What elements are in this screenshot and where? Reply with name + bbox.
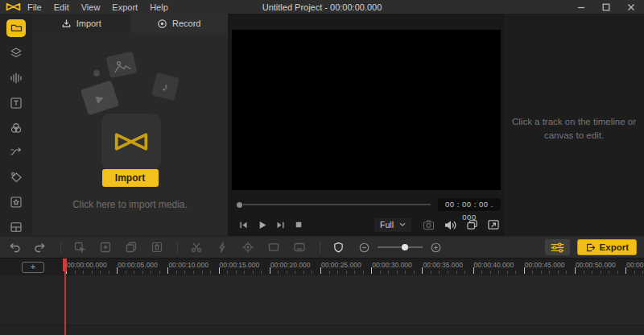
add-clip-icon[interactable] (98, 241, 112, 254)
ruler-major-tick (371, 267, 372, 274)
ruler-minor-tick (498, 271, 499, 274)
add-track-button[interactable]: + (22, 262, 44, 273)
menu-item[interactable]: Help (150, 2, 168, 12)
import-icon (61, 19, 72, 29)
cut-scissors-icon[interactable] (189, 241, 203, 254)
effects-icon[interactable] (6, 168, 26, 186)
stop-icon[interactable] (292, 218, 305, 231)
minimize-icon[interactable] (576, 2, 586, 12)
menu-item[interactable]: Edit (54, 2, 69, 12)
timeline-tracks[interactable] (0, 275, 644, 335)
ruler-minor-tick (566, 271, 567, 274)
close-icon[interactable] (626, 2, 636, 12)
time-display: 00 : 00 : 00 . 000 (438, 198, 501, 211)
copy-clip-icon[interactable] (124, 241, 138, 254)
ruler-major-tick (167, 267, 168, 274)
ruler-minor-tick (431, 271, 431, 274)
ruler-minor-tick (126, 271, 126, 274)
split-lightning-icon[interactable] (215, 241, 229, 254)
export-button[interactable]: Export (577, 239, 637, 255)
zoom-slider-handle[interactable] (402, 244, 408, 250)
ruler-strip[interactable]: 00:00:00.00000:00:05.00000:00:10.00000:0… (64, 258, 644, 276)
ruler-major-tick (117, 267, 118, 274)
ruler-label: 00:00:00.000 (67, 261, 107, 269)
inspector-hint-text: Click a track on the timeline or canvas … (506, 115, 642, 143)
maximize-icon[interactable] (601, 2, 611, 12)
filters-icon[interactable] (6, 119, 26, 137)
video-canvas[interactable] (232, 30, 501, 190)
tab-import-label: Import (76, 19, 101, 28)
ruler-minor-tick (346, 271, 347, 274)
ruler-minor-tick (303, 271, 304, 274)
seek-bar[interactable] (243, 204, 431, 205)
audio-waveform-icon[interactable] (6, 69, 26, 87)
tab-import[interactable]: Import (32, 14, 130, 33)
chevron-down-icon (399, 222, 406, 227)
toolbar-separator (60, 242, 61, 254)
ruler-minor-tick (134, 271, 134, 274)
step-backward-icon[interactable] (237, 218, 250, 231)
media-panel: Import Record ♪ ▶ Import Click here to i… (32, 14, 228, 236)
photo-tile-icon (105, 52, 137, 78)
ruler-major-tick (575, 267, 576, 274)
ruler-minor-tick (541, 271, 542, 274)
music-tile-icon: ♪ (151, 72, 179, 101)
ruler-minor-tick (184, 271, 185, 274)
ruler-minor-tick (515, 271, 516, 274)
delete-clip-icon[interactable] (150, 241, 163, 254)
preview-zoom-value: Full (380, 220, 394, 230)
adjust-sliders-icon[interactable] (545, 239, 570, 255)
app-logo-icon (6, 2, 21, 12)
menu-item[interactable]: File (27, 2, 42, 12)
ruler-minor-tick (261, 271, 262, 274)
ruler-minor-tick (244, 271, 245, 274)
ruler-minor-tick (92, 271, 93, 274)
menu-item[interactable]: Export (112, 2, 138, 12)
import-button[interactable]: Import (102, 169, 159, 187)
text-icon[interactable] (6, 94, 26, 112)
keyframe-target-icon[interactable] (241, 241, 254, 254)
titlebar: FileEditViewExportHelp Untitled Project … (0, 0, 644, 14)
export-button-label: Export (600, 242, 629, 252)
video-tile-icon: ▶ (80, 81, 118, 116)
ruler-minor-tick (592, 271, 592, 274)
toolbar-separator (177, 242, 178, 254)
elements-icon[interactable] (6, 193, 26, 211)
detach-window-icon[interactable] (464, 218, 479, 231)
step-forward-icon[interactable] (274, 218, 287, 231)
subtitle-box-icon[interactable] (292, 241, 306, 254)
fullscreen-icon[interactable] (486, 218, 501, 231)
ruler-minor-tick (549, 271, 550, 274)
play-icon[interactable] (255, 218, 268, 231)
zoom-out-icon[interactable] (357, 241, 371, 254)
ruler-minor-tick (210, 271, 211, 274)
menu-item[interactable]: View (81, 2, 101, 12)
zoom-in-icon[interactable] (429, 241, 443, 254)
import-hint-text[interactable]: Click here to import media. (32, 199, 228, 210)
undo-icon[interactable] (7, 241, 21, 254)
seek-handle[interactable] (237, 202, 242, 208)
volume-icon[interactable] (443, 218, 457, 231)
mosaic-shield-icon[interactable] (332, 241, 345, 254)
ruler-minor-tick (287, 271, 287, 274)
redo-icon[interactable] (33, 241, 47, 254)
layers-icon[interactable] (6, 44, 26, 62)
ruler-label: 00:00:40.000 (474, 261, 514, 269)
seek-row: 00 : 00 : 00 . 000 (237, 197, 501, 212)
ruler-minor-tick (456, 271, 457, 274)
ruler-major-tick (625, 267, 626, 274)
timeline-zoom-slider[interactable] (378, 246, 423, 248)
split-screen-icon[interactable] (6, 218, 26, 236)
tab-record[interactable]: Record (130, 14, 229, 33)
timeline-ruler[interactable]: + 00:00:00.00000:00:05.00000:00:10.00000… (0, 258, 644, 275)
transitions-icon[interactable] (6, 143, 26, 161)
ruler-minor-tick (75, 271, 76, 274)
toolbar-separator (320, 242, 320, 254)
inspector-panel: Click a track on the timeline or canvas … (503, 14, 644, 236)
media-folder-icon[interactable] (6, 19, 26, 37)
record-icon (157, 19, 167, 29)
crop-rect-icon[interactable] (266, 241, 280, 254)
preview-zoom-select[interactable]: Full (374, 218, 411, 232)
select-clip-icon[interactable] (72, 241, 86, 254)
snapshot-camera-icon[interactable] (421, 218, 436, 231)
